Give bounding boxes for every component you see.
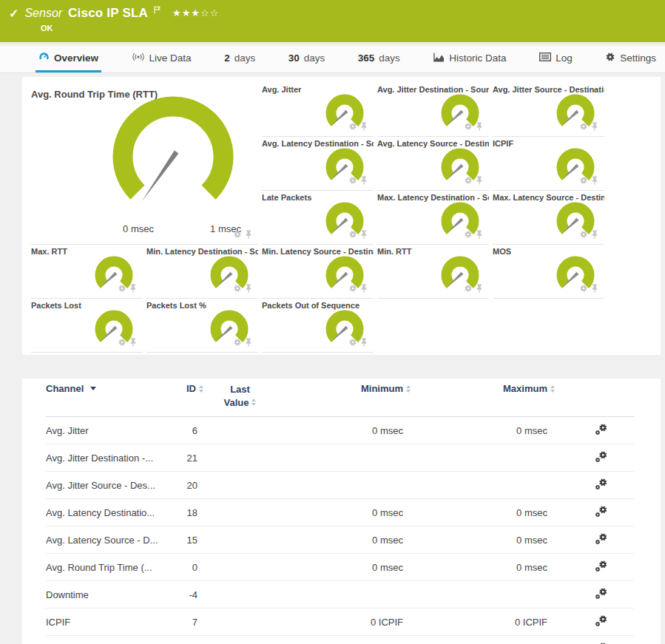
channel-settings-icon[interactable] (595, 614, 608, 629)
channel-name: Avg. Jitter Source - Des... (46, 472, 164, 499)
channel-id: 20 (164, 472, 205, 499)
pin-icon[interactable] (360, 174, 368, 188)
gear-icon[interactable] (118, 336, 126, 350)
channel-settings-icon[interactable] (595, 450, 608, 465)
gear-icon[interactable] (348, 121, 357, 134)
column-header-last-value[interactable]: LastValue (205, 379, 275, 417)
sensor-header: ✓ Sensor Cisco IP SLA ★★★☆☆ OK (0, 0, 665, 42)
pin-icon[interactable] (476, 282, 483, 296)
sensor-type-label: Sensor (24, 7, 62, 20)
gear-icon[interactable] (233, 282, 242, 296)
pin-icon[interactable] (360, 121, 368, 134)
gear-icon[interactable] (579, 174, 588, 188)
tab-overview[interactable]: Overview (36, 46, 101, 72)
pin-icon[interactable] (591, 174, 598, 188)
gear-icon[interactable] (464, 282, 473, 296)
status-check-icon: ✓ (9, 7, 18, 21)
channel-settings-icon[interactable] (595, 532, 608, 547)
channel-name: Avg. Round Trip Time (... (46, 554, 164, 581)
channel-settings-icon[interactable] (595, 560, 608, 574)
pin-icon[interactable] (360, 336, 368, 350)
gauge-cell: Packets Lost (31, 299, 143, 353)
pin-icon[interactable] (476, 121, 483, 134)
channel-name: Avg. Latency Destinatio... (46, 499, 164, 526)
column-header-minimum[interactable]: Minimum (275, 379, 412, 417)
tab-settings[interactable]: Settings (602, 46, 659, 72)
table-row: Avg. Jitter Source - Des...20 (46, 472, 634, 499)
gear-icon[interactable] (233, 336, 242, 350)
pin-icon[interactable] (591, 282, 598, 296)
table-row: Downtime-4 (46, 581, 634, 609)
table-row: Avg. Jitter Destination -...21 (46, 444, 634, 472)
table-row: Late Packets110 #0 # (46, 636, 634, 644)
gear-icon[interactable] (579, 282, 588, 296)
channel-settings-icon[interactable] (595, 505, 608, 520)
last-value-header-line2: Value (224, 396, 249, 410)
pin-icon[interactable] (476, 174, 483, 188)
sensor-title: Cisco IP SLA (68, 6, 148, 21)
channel-id: 6 (164, 417, 205, 444)
gear-icon[interactable] (464, 228, 473, 242)
pin-icon[interactable] (245, 336, 252, 350)
tab-30-days[interactable]: 30 days (286, 46, 328, 72)
priority-flag-icon[interactable] (154, 4, 161, 17)
channel-last-value (205, 444, 275, 472)
gear-icon[interactable] (348, 228, 357, 242)
pin-icon[interactable] (360, 282, 368, 296)
gear-icon[interactable] (348, 174, 357, 188)
channel-last-value (205, 581, 275, 609)
priority-stars[interactable]: ★★★☆☆ (172, 7, 219, 18)
gauge-cell: Packets Out of Sequence (262, 299, 374, 353)
gear-icon[interactable] (579, 228, 588, 242)
pin-icon[interactable] (129, 336, 137, 350)
channel-id: 11 (164, 636, 205, 644)
gear-icon[interactable] (464, 121, 473, 134)
channel-last-value (205, 499, 275, 526)
gauge-cell: Avg. Jitter Destination - Source (377, 83, 489, 137)
pin-icon[interactable] (245, 282, 252, 296)
channel-maximum: 0 msec (412, 554, 556, 581)
tab-30-days-value: 30 (288, 52, 300, 64)
gauge-cell: Avg. Jitter (262, 83, 374, 137)
tab-settings-label: Settings (620, 52, 656, 64)
channel-name: ICPIF (46, 609, 164, 636)
tab-historic-data-label: Historic Data (449, 52, 506, 64)
channel-minimum: 0 ICPIF (275, 609, 412, 636)
tab-2-days[interactable]: 2 days (221, 46, 258, 72)
channel-settings-icon[interactable] (595, 423, 608, 438)
gauge-cell: Avg. Latency Destination - So... (262, 137, 374, 191)
stars-filled[interactable]: ★★★ (172, 7, 200, 18)
tab-log[interactable]: Log (536, 46, 575, 72)
channel-minimum: 0 msec (275, 417, 412, 444)
channel-id: 18 (164, 499, 205, 526)
channel-settings-icon[interactable] (595, 587, 608, 602)
log-list-icon (539, 52, 551, 64)
column-header-maximum[interactable]: Maximum (412, 379, 556, 417)
tab-365-days[interactable]: 365 days (355, 46, 403, 72)
pin-icon[interactable] (129, 282, 137, 296)
gear-icon[interactable] (348, 282, 357, 296)
channel-id: 7 (164, 609, 205, 636)
pin-icon[interactable] (360, 228, 368, 242)
channel-maximum: 0 ICPIF (412, 609, 556, 636)
gear-icon[interactable] (118, 282, 126, 296)
pin-icon[interactable] (591, 228, 598, 242)
table-row: Avg. Round Trip Time (...00 msec0 msec (46, 554, 634, 581)
gear-icon[interactable] (348, 336, 357, 350)
column-header-id[interactable]: ID (164, 379, 205, 417)
pin-icon[interactable] (591, 121, 598, 134)
stars-empty[interactable]: ☆☆ (200, 7, 219, 18)
column-header-channel[interactable]: Channel (46, 379, 164, 417)
gear-icon[interactable] (233, 228, 242, 242)
pin-icon[interactable] (476, 228, 483, 242)
tab-historic-data[interactable]: Historic Data (430, 46, 509, 72)
tab-live-data-label: Live Data (149, 52, 192, 64)
gear-icon[interactable] (464, 174, 473, 188)
settings-gear-icon (605, 52, 615, 64)
tab-live-data[interactable]: Live Data (129, 46, 195, 72)
pin-icon[interactable] (245, 228, 252, 242)
tab-log-label: Log (556, 52, 573, 64)
channel-minimum (275, 472, 412, 499)
channel-settings-icon[interactable] (595, 478, 608, 492)
gear-icon[interactable] (579, 121, 588, 134)
